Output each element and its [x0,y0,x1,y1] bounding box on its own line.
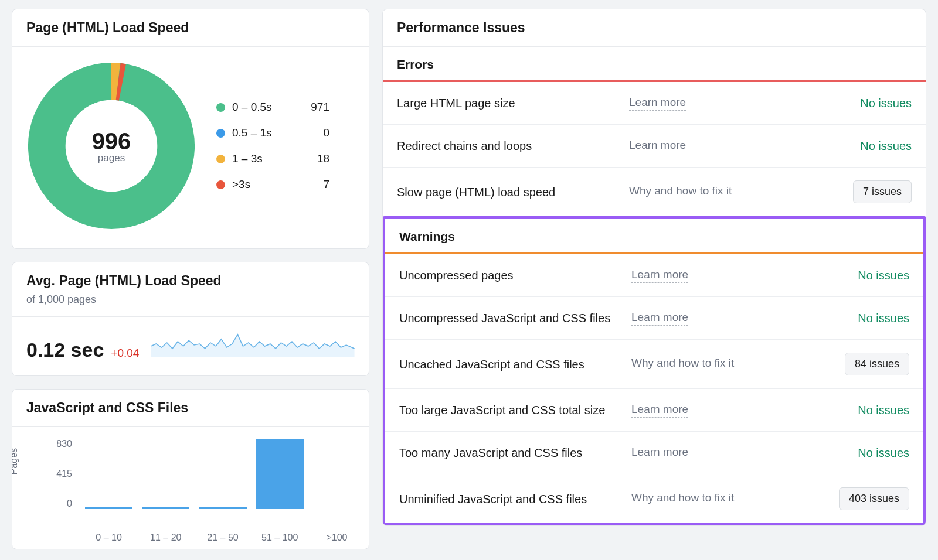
load-speed-donut: 996 pages [26,61,196,231]
legend-value: 7 [297,178,329,191]
issue-name: Uncompressed JavaScript and CSS files [399,310,622,326]
why-fix-link[interactable]: Why and how to fix it [631,357,734,371]
bar-category-label: 51 – 100 [256,532,304,543]
load-speed-title: Page (HTML) Load Speed [26,20,355,36]
avg-speed-title: Avg. Page (HTML) Load Speed [26,273,355,289]
learn-more-link[interactable]: Learn more [631,403,688,418]
issue-row: Too large JavaScript and CSS total sizeL… [385,389,923,432]
issue-status-none: No issues [860,97,912,110]
issue-name: Uncompressed pages [399,267,622,284]
legend-range: 1 – 3s [232,152,297,165]
avg-speed-delta: +0.04 [111,347,139,360]
bar-column[interactable] [142,507,189,509]
performance-issues-card: Performance Issues Errors Large HTML pag… [382,9,926,526]
js-css-title: JavaScript and CSS Files [26,400,355,416]
bar-chart [56,439,361,509]
legend-dot-icon [216,155,225,163]
legend-dot-icon [216,129,225,138]
legend-row[interactable]: >3s7 [216,178,329,191]
issue-row: Uncompressed pagesLearn moreNo issues [385,254,923,297]
issue-row: Unminified JavaScript and CSS filesWhy a… [385,474,923,523]
bar-column[interactable] [199,507,246,509]
legend-row[interactable]: 0 – 0.5s971 [216,101,329,114]
legend-value: 0 [297,127,329,139]
bar-column[interactable] [85,507,132,509]
bar-rect [142,507,189,509]
load-speed-card: Page (HTML) Load Speed 996 pages [12,9,369,249]
legend-range: >3s [232,178,297,191]
issue-row: Uncached JavaScript and CSS filesWhy and… [385,340,923,389]
issue-status-none: No issues [860,139,912,153]
donut-total: 996 [92,128,131,155]
issue-status-none: No issues [858,446,909,460]
bar-rect [85,507,132,509]
learn-more-link[interactable]: Learn more [631,268,688,283]
warnings-highlight-box: Warnings Uncompressed pagesLearn moreNo … [382,216,926,526]
issue-row: Large HTML page sizeLearn moreNo issues [383,82,926,125]
warnings-list: Uncompressed pagesLearn moreNo issuesUnc… [385,254,923,523]
bar-x-ticks: 0 – 1011 – 2021 – 5051 – 100>100 [56,532,361,543]
legend-value: 971 [297,101,329,114]
issue-row: Redirect chains and loopsLearn moreNo is… [383,125,926,168]
bar-column[interactable] [256,439,304,509]
issue-name: Too large JavaScript and CSS total size [399,402,622,418]
issue-status-none: No issues [858,269,909,282]
avg-speed-card: Avg. Page (HTML) Load Speed of 1,000 pag… [12,262,369,376]
issue-name: Redirect chains and loops [397,138,620,154]
avg-speed-subtitle: of 1,000 pages [26,293,355,306]
legend-range: 0.5 – 1s [232,127,297,139]
bar-category-label: >100 [313,532,361,543]
donut-legend: 0 – 0.5s9710.5 – 1s01 – 3s18>3s7 [216,101,329,191]
why-fix-link[interactable]: Why and how to fix it [629,185,732,199]
bar-rect [199,507,246,509]
issue-count-button[interactable]: 403 issues [839,487,909,510]
warnings-section-header: Warnings [385,219,923,254]
load-speed-header: Page (HTML) Load Speed [12,9,369,47]
bar-y-axis-label: Pages [12,448,19,474]
legend-dot-icon [216,180,225,189]
errors-list: Large HTML page sizeLearn moreNo issuesR… [383,82,926,216]
legend-dot-icon [216,103,225,112]
issue-row: Slow page (HTML) load speedWhy and how t… [383,168,926,216]
issue-row: Too many JavaScript and CSS filesLearn m… [385,432,923,474]
legend-row[interactable]: 0.5 – 1s0 [216,127,329,139]
bar-rect [256,439,304,509]
issue-status-none: No issues [858,404,909,417]
donut-total-label: pages [98,152,125,164]
issue-name: Uncached JavaScript and CSS files [399,356,622,373]
learn-more-link[interactable]: Learn more [629,139,686,153]
bar-category-label: 0 – 10 [85,532,132,543]
bar-category-label: 21 – 50 [199,532,246,543]
legend-range: 0 – 0.5s [232,101,297,114]
learn-more-link[interactable]: Learn more [631,446,688,460]
issue-name: Large HTML page size [397,95,620,111]
js-css-card: JavaScript and CSS Files Pages 8304150 0… [12,389,369,549]
learn-more-link[interactable]: Learn more [629,96,686,111]
legend-row[interactable]: 1 – 3s18 [216,152,329,165]
legend-value: 18 [297,152,329,165]
issue-name: Too many JavaScript and CSS files [399,445,622,461]
performance-issues-title: Performance Issues [397,20,912,36]
issue-name: Unminified JavaScript and CSS files [399,491,622,507]
issue-name: Slow page (HTML) load speed [397,184,620,200]
learn-more-link[interactable]: Learn more [631,311,688,326]
issue-count-button[interactable]: 84 issues [845,353,909,375]
why-fix-link[interactable]: Why and how to fix it [631,491,734,506]
bar-category-label: 11 – 20 [142,532,189,543]
avg-speed-value: 0.12 sec [26,339,104,361]
issue-count-button[interactable]: 7 issues [853,180,912,203]
errors-section-header: Errors [383,47,926,82]
issue-status-none: No issues [858,312,909,325]
avg-speed-sparkline [151,329,355,357]
issue-row: Uncompressed JavaScript and CSS filesLea… [385,297,923,340]
